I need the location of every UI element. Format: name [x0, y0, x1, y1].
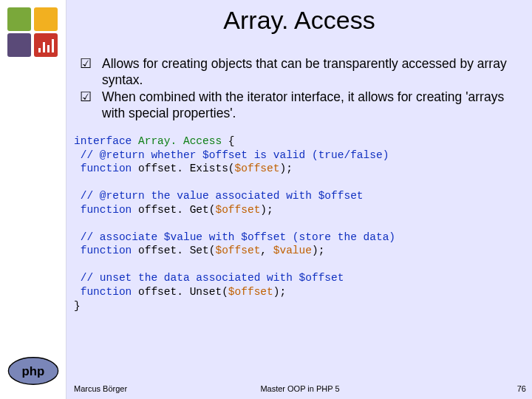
svg-text:php: php [22, 364, 45, 378]
bars-icon [38, 39, 54, 52]
logo-tile-purple [7, 33, 31, 57]
func-name: offset. Set [138, 245, 209, 256]
footer-title: Master OOP in PHP 5 [74, 384, 526, 393]
comment: // associate $value with $offset (store … [74, 231, 395, 243]
bullet-text-1: Allows for creating objects that can be … [102, 55, 520, 89]
code-text: ); [260, 204, 273, 216]
logo-tile-green [7, 7, 31, 31]
variable: $offset [215, 204, 260, 216]
func-name: offset. Exists [138, 163, 228, 174]
slide-footer: Marcus Börger Master OOP in PHP 5 76 [74, 384, 526, 393]
brand-logo [7, 7, 58, 57]
slide-title: Array. Access [66, 6, 532, 35]
typename: Array. Access [138, 135, 228, 147]
code-text: ); [279, 163, 292, 174]
checkbox-icon: ☑ [80, 89, 92, 105]
keyword: interface [74, 135, 138, 147]
variable: $offset [235, 163, 280, 174]
comment: // unset the data associated with $offse… [74, 272, 344, 284]
variable: $offset [228, 286, 273, 298]
variable: $value [273, 245, 312, 256]
logo-tile-yellow [34, 7, 58, 31]
func-name: offset. Get [138, 204, 209, 216]
comment: // @return the value associated with $of… [74, 190, 364, 202]
code-text: } [74, 300, 81, 312]
code-text: ( [222, 286, 228, 298]
sidebar: php [0, 0, 66, 399]
func-name: offset. Unset [138, 286, 222, 298]
code-text: ); [312, 245, 324, 256]
keyword: function [74, 245, 138, 256]
logo-tile-red [34, 33, 58, 57]
code-text: , [260, 245, 273, 256]
keyword: function [74, 286, 138, 298]
keyword: function [74, 163, 138, 174]
checkbox-icon: ☑ [80, 55, 92, 72]
code-text: { [228, 135, 235, 147]
code-block: interface Array. Access { // @return whe… [74, 134, 525, 313]
keyword: function [74, 204, 138, 216]
code-text: ( [228, 163, 235, 174]
php-logo-icon: php [7, 356, 59, 386]
code-text: ); [273, 286, 286, 298]
comment: // @return whether $offset is valid (tru… [74, 149, 389, 161]
bullet-text-2: When combined with the iterator interfac… [102, 89, 520, 122]
variable: $offset [215, 245, 260, 256]
